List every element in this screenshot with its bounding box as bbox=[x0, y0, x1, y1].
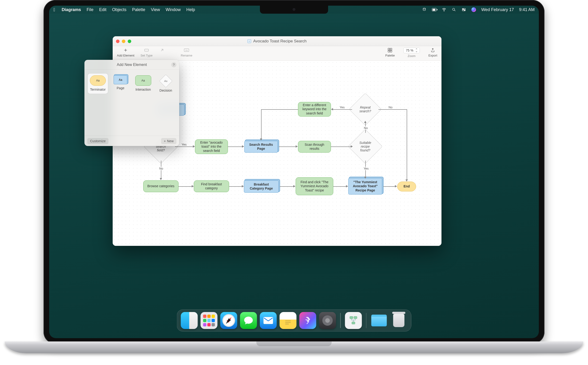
fullscreen-button[interactable] bbox=[128, 40, 131, 43]
toolbar-export-label: Export bbox=[428, 54, 437, 57]
node-enter-different-keyword[interactable]: Enter a different keyword into the searc… bbox=[298, 102, 331, 117]
dock-separator bbox=[340, 313, 341, 328]
menu-window[interactable]: Window bbox=[166, 7, 181, 12]
arrowhead-icon bbox=[242, 185, 244, 187]
control-center-icon[interactable] bbox=[461, 7, 466, 12]
toolbar-palette[interactable]: Palette bbox=[385, 48, 395, 57]
battery-icon[interactable] bbox=[432, 7, 437, 12]
node-search-results-page[interactable]: Search Results Page bbox=[244, 141, 278, 153]
menu-file[interactable]: File bbox=[87, 7, 93, 12]
dock-app-safari[interactable] bbox=[220, 312, 237, 329]
toolbar-direction[interactable]: . bbox=[159, 48, 165, 57]
node-find-breakfast[interactable]: Find breakfast category bbox=[194, 180, 229, 192]
menu-view[interactable]: View bbox=[151, 7, 160, 12]
dock-app-diagrams[interactable] bbox=[345, 312, 362, 329]
edge-label-no: No bbox=[363, 126, 369, 130]
arrow-up-right-icon bbox=[159, 48, 165, 53]
popover-title: Add New Element bbox=[117, 63, 147, 67]
dock-app-finder[interactable] bbox=[181, 312, 198, 329]
dock-app-messages[interactable] bbox=[240, 312, 257, 329]
edge bbox=[279, 147, 296, 147]
siri-icon[interactable] bbox=[471, 7, 476, 12]
node-recipe-page[interactable]: "The Yummiest Avocado Toast" Recipe Page bbox=[348, 178, 382, 195]
edge-label-yes: Yes bbox=[363, 167, 369, 170]
dock bbox=[177, 309, 411, 331]
menu-edit[interactable]: Edit bbox=[99, 7, 106, 12]
edge bbox=[228, 147, 243, 147]
node-suitable-recipe[interactable]: Suitable recipe found? bbox=[353, 134, 378, 159]
status-item-icon[interactable] bbox=[422, 7, 427, 12]
node-end[interactable]: End bbox=[397, 182, 416, 191]
svg-point-0 bbox=[423, 8, 426, 9]
arrowhead-icon bbox=[364, 121, 366, 123]
help-button[interactable]: ? bbox=[171, 62, 176, 67]
interaction-shape-icon: Aa bbox=[135, 75, 151, 86]
dock-app-launchpad[interactable] bbox=[201, 312, 217, 329]
node-scan-results[interactable]: Scan through results bbox=[298, 141, 331, 153]
edge bbox=[280, 186, 294, 187]
plus-icon: + bbox=[164, 139, 166, 143]
toolbar-add-element[interactable]: Add Element bbox=[117, 48, 134, 57]
zoom-stepper[interactable]: 75 % ⌃⌄ bbox=[403, 48, 420, 53]
spotlight-icon[interactable] bbox=[452, 7, 456, 12]
minimize-button[interactable] bbox=[122, 40, 125, 43]
edge-label-no: No bbox=[388, 105, 393, 109]
palette-item-terminator[interactable]: Aa Terminator bbox=[88, 73, 108, 94]
node-enter-avocado[interactable]: Enter "avocado toast" into the search fi… bbox=[195, 139, 228, 154]
page-shape-icon: Aa bbox=[114, 75, 127, 84]
toolbar-add-label: Add Element bbox=[117, 54, 134, 57]
arrowhead-icon bbox=[260, 139, 262, 140]
edge bbox=[331, 147, 351, 147]
palette-item-page[interactable]: Aa Page bbox=[110, 73, 130, 94]
dock-app-settings[interactable] bbox=[319, 312, 336, 329]
svg-rect-16 bbox=[354, 316, 357, 319]
arrowhead-icon bbox=[192, 185, 194, 187]
node-browse-categories[interactable]: Browse categories bbox=[143, 180, 178, 192]
palette-item-label: Interaction bbox=[135, 88, 151, 91]
wifi-icon[interactable] bbox=[442, 7, 446, 12]
arrowhead-icon bbox=[293, 185, 295, 187]
menubar-time[interactable]: 9:41 AM bbox=[519, 7, 535, 12]
node-breakfast-category-page[interactable]: Breakfast Category Page bbox=[244, 180, 279, 193]
menubar-status-area: Wed February 17 9:41 AM bbox=[422, 7, 535, 12]
menubar-date[interactable]: Wed February 17 bbox=[481, 7, 514, 12]
palette-item-decision[interactable]: Aa Decision bbox=[156, 73, 176, 94]
close-button[interactable] bbox=[116, 40, 120, 43]
svg-point-1 bbox=[444, 11, 444, 11]
menu-objects[interactable]: Objects bbox=[112, 7, 126, 12]
rename-icon: Aa bbox=[183, 48, 190, 53]
palette-item-label: Terminator bbox=[90, 88, 106, 91]
document-icon: ⬦ bbox=[247, 39, 251, 43]
edge bbox=[383, 186, 395, 187]
menubar-app-name[interactable]: Diagrams bbox=[62, 7, 81, 12]
palette-item-interaction[interactable]: Aa Interaction bbox=[133, 73, 153, 94]
svg-rect-10 bbox=[388, 48, 390, 50]
arrowhead-icon bbox=[351, 145, 353, 148]
svg-rect-13 bbox=[390, 50, 392, 52]
menu-help[interactable]: Help bbox=[186, 7, 195, 12]
popover-titlebar: Add New Element ? bbox=[84, 60, 179, 70]
edge bbox=[261, 109, 262, 139]
toolbar-export[interactable]: Export bbox=[428, 48, 437, 57]
svg-rect-7 bbox=[145, 49, 149, 51]
dock-app-notes[interactable] bbox=[280, 312, 297, 329]
svg-rect-17 bbox=[352, 322, 355, 324]
zoom-value: 75 % bbox=[406, 49, 413, 52]
arrowhead-icon bbox=[364, 177, 366, 179]
window-titlebar[interactable]: ⬦ Avocado Toast Recipe Search bbox=[113, 36, 441, 46]
node-repeat-search[interactable]: Repeat search? bbox=[354, 98, 377, 121]
node-find-and-click[interactable]: Find and click "The Yummiest Avocado Toa… bbox=[296, 177, 333, 195]
customize-button[interactable]: Customize bbox=[87, 138, 108, 144]
new-button[interactable]: +New bbox=[161, 138, 176, 144]
edge bbox=[378, 109, 407, 110]
toolbar-rename[interactable]: Aa Rename bbox=[181, 48, 192, 57]
toolbar-set-type[interactable]: Set Type bbox=[140, 48, 152, 57]
dock-trash[interactable] bbox=[390, 312, 407, 329]
menu-palette[interactable]: Palette bbox=[132, 7, 145, 12]
apple-menu-icon[interactable]:  bbox=[53, 7, 55, 13]
dock-app-shortcuts[interactable] bbox=[299, 312, 316, 329]
traffic-lights bbox=[116, 40, 131, 43]
dock-app-mail[interactable] bbox=[260, 312, 277, 329]
dock-downloads-folder[interactable] bbox=[371, 312, 388, 329]
arrowhead-icon bbox=[331, 108, 333, 111]
